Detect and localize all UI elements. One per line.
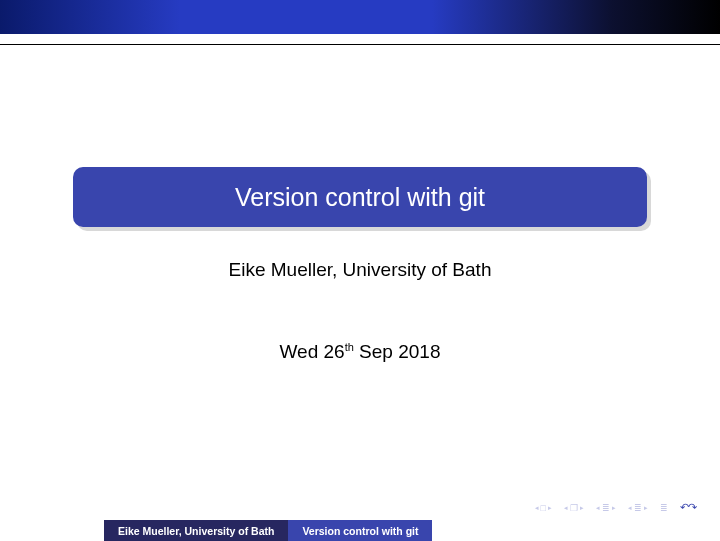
date-ordinal: th <box>345 341 354 353</box>
nav-section-icon[interactable]: ◂≣▸ <box>628 503 648 513</box>
nav-slide-icon[interactable]: ◂□▸ <box>535 503 552 513</box>
footer-author: Eike Mueller, University of Bath <box>104 520 288 541</box>
slide-title: Version control with git <box>235 183 485 212</box>
beamer-nav-icons: ◂□▸ ◂❐▸ ◂≣▸ ◂≣▸ ≣ ↶↷ <box>535 501 696 514</box>
footer-bar: Eike Mueller, University of Bath Version… <box>0 520 720 541</box>
nav-frame-icon[interactable]: ◂❐▸ <box>564 503 584 513</box>
slide-content: Version control with git Eike Mueller, U… <box>0 0 720 541</box>
date-prefix: Wed 26 <box>280 341 345 362</box>
nav-backforward-icon[interactable]: ↶↷ <box>680 501 696 514</box>
title-box: Version control with git <box>73 167 647 227</box>
author-line: Eike Mueller, University of Bath <box>0 259 720 281</box>
footer-title: Version control with git <box>288 520 432 541</box>
date-suffix: Sep 2018 <box>354 341 441 362</box>
title-block: Version control with git <box>73 167 647 227</box>
date-line: Wed 26th Sep 2018 <box>0 341 720 363</box>
nav-subsection-icon[interactable]: ◂≣▸ <box>596 503 616 513</box>
nav-presentation-icon[interactable]: ≣ <box>660 503 668 513</box>
